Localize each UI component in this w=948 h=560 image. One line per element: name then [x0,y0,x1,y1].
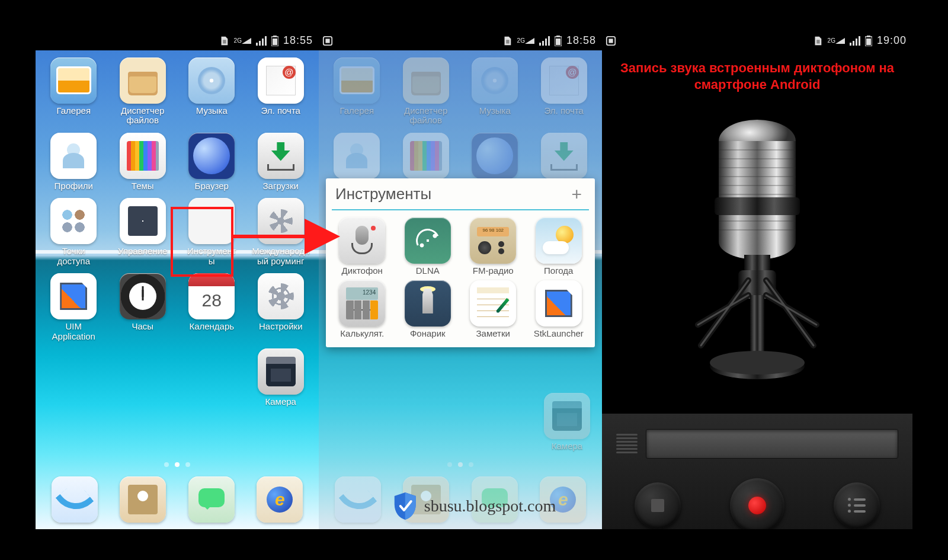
app-access-points[interactable]: Точки доступа [41,198,106,266]
status-time: 19:00 [877,34,907,47]
svg-rect-12 [542,41,544,46]
recorder-lcd-display [646,429,898,459]
app-downloads[interactable]: Загрузки [249,133,313,191]
folder-add-button[interactable]: + [568,184,585,204]
app-recorder[interactable]: Диктофон [332,217,393,276]
sim-app-icon [50,273,97,319]
status-time: 18:55 [283,34,313,47]
svg-rect-0 [223,40,226,43]
dock-contacts[interactable] [120,476,166,523]
app-settings[interactable]: Настройки [249,273,313,341]
camera-icon [258,348,304,395]
recordings-list-button[interactable] [834,482,880,529]
profiles-icon [50,133,97,179]
mail-icon [258,57,304,104]
status-time: 18:58 [566,34,596,47]
app-uim[interactable]: UIM Application [41,273,106,341]
dock-messages[interactable] [188,476,235,523]
dock-phone[interactable] [52,476,98,523]
status-bar: 2G 18:55 [36,31,319,50]
svg-rect-7 [273,39,277,45]
sim-icon [502,36,513,46]
svg-rect-20 [608,39,613,43]
music-icon [188,57,235,104]
microphone-illustration [602,94,912,414]
svg-rect-3 [262,39,264,46]
signal-icon [539,36,550,46]
signal-icon [256,36,267,46]
clock-icon [120,273,166,319]
svg-rect-10 [506,40,509,43]
folder-title-input[interactable]: Инструменты [335,185,568,203]
app-management[interactable]: Управление [111,198,175,266]
recorder-control-panel [602,414,912,529]
svg-point-47 [710,351,805,375]
dock-browser[interactable] [257,476,303,523]
svg-rect-42 [715,197,800,215]
app-music[interactable]: Музыка [180,57,244,126]
svg-rect-23 [853,41,854,46]
app-stk-launcher[interactable]: StkLauncher [529,280,590,339]
management-icon [120,198,166,244]
speaker-grill-icon [616,434,638,453]
app-dlna[interactable]: DLNA [398,217,459,276]
svg-rect-17 [556,39,561,45]
app-roaming[interactable]: Международн ый роуминг [249,198,313,266]
svg-rect-14 [548,36,550,46]
app-camera[interactable]: Камера [249,348,313,407]
notes-icon [470,280,516,327]
annotation-title: Запись звука встроенным диктофоном на см… [602,50,912,94]
app-profiles[interactable]: Профили [41,133,106,191]
watermark-text: sbusu.blogspot.com [424,497,556,516]
phone-screen-2: 2G 18:58 Галерея Диспетчер файлов Музыка… [319,31,602,529]
stop-button[interactable] [635,482,681,529]
access-points-icon [50,198,97,244]
weather-icon [536,217,582,264]
record-button[interactable] [730,478,784,529]
svg-rect-4 [265,36,267,46]
battery-icon [555,36,562,46]
app-file-manager[interactable]: Диспетчер файлов [111,57,175,126]
status-bar: 2G 19:00 [602,31,912,50]
svg-rect-9 [325,39,329,43]
svg-rect-28 [866,39,871,45]
app-weather[interactable]: Погода [529,217,590,276]
sim-app-icon [536,280,582,327]
app-gallery[interactable]: Галерея [41,57,106,126]
themes-icon [120,133,166,179]
phone-screen-1: 2G 18:55 Галерея Диспетчер файлов Музыка… [36,31,319,529]
microphone-icon [339,217,385,264]
folder-status-icon [606,36,616,46]
svg-rect-22 [850,43,851,46]
app-clock[interactable]: Часы [111,273,175,341]
record-icon [748,497,766,514]
svg-rect-13 [545,39,547,46]
sim-icon [812,36,823,46]
app-fm-radio[interactable]: 96 98 102FM-радио [463,217,524,276]
app-calendar[interactable]: 28Календарь [180,273,244,341]
svg-point-31 [719,224,796,260]
network-icon: 2G [234,38,251,44]
app-themes[interactable]: Темы [111,133,175,191]
dlna-icon [405,217,451,264]
battery-icon [271,36,278,46]
gear-icon [258,273,304,319]
download-icon [258,133,304,179]
folder-status-icon [322,36,333,46]
app-calculator[interactable]: Калькулят. [332,280,393,339]
svg-rect-11 [539,43,541,46]
stop-icon [651,499,664,512]
calendar-icon: 28 [188,273,235,319]
globe-icon [188,133,235,179]
folder-popup: Инструменты + Диктофон DLNA 96 98 102FM-… [326,178,595,347]
phone-screen-3: 2G 19:00 Запись звука встроенным диктофо… [602,31,912,529]
network-icon: 2G [517,38,534,44]
flashlight-icon [405,280,451,327]
app-browser[interactable]: Браузер [180,133,244,191]
app-flashlight[interactable]: Фонарик [398,280,459,339]
app-email[interactable]: Эл. почта [249,57,313,126]
gallery-icon [50,57,97,104]
app-notes[interactable]: Заметки [463,280,524,339]
signal-icon [850,36,860,46]
files-icon [120,57,166,104]
